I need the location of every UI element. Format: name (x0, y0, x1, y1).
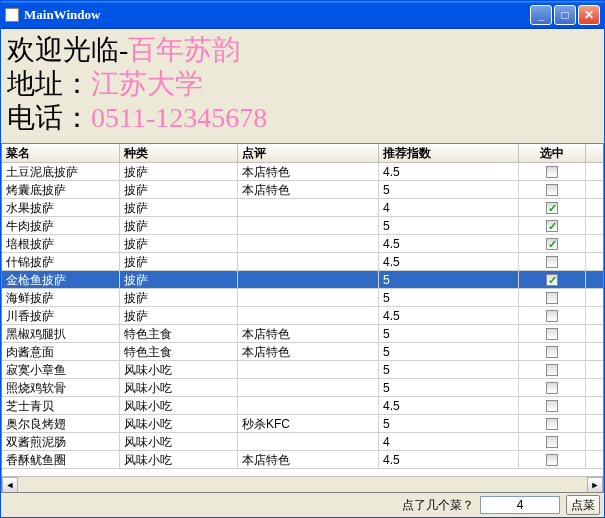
table-row[interactable]: 奥尔良烤翅风味小吃秒杀KFC5 (2, 415, 603, 433)
address-label: 地址： (7, 68, 91, 99)
table-row[interactable]: 金枪鱼披萨披萨5 (2, 271, 603, 289)
cell-note: 本店特色 (238, 325, 379, 343)
count-input[interactable] (480, 496, 560, 514)
cell-note (238, 289, 379, 307)
table-body[interactable]: 土豆泥底披萨披萨本店特色4.5烤囊底披萨披萨本店特色5水果披萨披萨4牛肉披萨披萨… (2, 163, 603, 476)
table-row[interactable]: 水果披萨披萨4 (2, 199, 603, 217)
table-row[interactable]: 牛肉披萨披萨5 (2, 217, 603, 235)
order-button[interactable]: 点菜 (566, 495, 600, 515)
cell-category: 披萨 (120, 163, 238, 181)
window-title: MainWindow (24, 7, 530, 23)
checkbox[interactable] (546, 292, 558, 304)
checkbox[interactable] (546, 184, 558, 196)
cell-category: 披萨 (120, 289, 238, 307)
table-row[interactable]: 黑椒鸡腿扒特色主食本店特色5 (2, 325, 603, 343)
cell-name: 牛肉披萨 (2, 217, 120, 235)
cell-check (519, 433, 586, 451)
checkbox[interactable] (546, 166, 558, 178)
checkbox[interactable] (546, 454, 558, 466)
cell-rate: 5 (379, 415, 519, 433)
checkbox[interactable] (546, 256, 558, 268)
cell-check (519, 289, 586, 307)
cell-rate: 5 (379, 217, 519, 235)
checkbox[interactable] (546, 382, 558, 394)
checkbox[interactable] (546, 274, 558, 286)
cell-check (519, 307, 586, 325)
col-note[interactable]: 点评 (238, 144, 379, 162)
scroll-left-icon[interactable]: ◄ (2, 477, 18, 493)
cell-note (238, 235, 379, 253)
cell-rate: 4.5 (379, 307, 519, 325)
table-row[interactable]: 海鲜披萨披萨5 (2, 289, 603, 307)
checkbox[interactable] (546, 364, 558, 376)
cell-note (238, 397, 379, 415)
cell-name: 奥尔良烤翅 (2, 415, 120, 433)
table-row[interactable]: 香酥鱿鱼圈风味小吃本店特色4.5 (2, 451, 603, 469)
tel-label: 电话： (7, 102, 91, 133)
count-label: 点了几个菜？ (402, 497, 474, 514)
cell-category: 风味小吃 (120, 361, 238, 379)
table-row[interactable]: 土豆泥底披萨披萨本店特色4.5 (2, 163, 603, 181)
checkbox[interactable] (546, 238, 558, 250)
welcome-label: 欢迎光临- (7, 34, 128, 65)
cell-category: 风味小吃 (120, 433, 238, 451)
cell-category: 披萨 (120, 199, 238, 217)
col-name[interactable]: 菜名 (2, 144, 120, 162)
footer: 点了几个菜？ 点菜 (1, 493, 604, 517)
cell-check (519, 253, 586, 271)
close-button[interactable]: ✕ (578, 5, 600, 25)
table-row[interactable]: 照烧鸡软骨风味小吃5 (2, 379, 603, 397)
cell-category: 风味小吃 (120, 415, 238, 433)
checkbox[interactable] (546, 328, 558, 340)
scroll-track[interactable] (18, 477, 587, 492)
cell-category: 特色主食 (120, 343, 238, 361)
cell-name: 土豆泥底披萨 (2, 163, 120, 181)
cell-note (238, 379, 379, 397)
table-row[interactable]: 川香披萨披萨4.5 (2, 307, 603, 325)
table-row[interactable]: 烤囊底披萨披萨本店特色5 (2, 181, 603, 199)
minimize-button[interactable]: _ (530, 5, 552, 25)
scroll-right-icon[interactable]: ► (587, 477, 603, 493)
checkbox[interactable] (546, 220, 558, 232)
cell-check (519, 415, 586, 433)
cell-rate: 5 (379, 325, 519, 343)
checkbox[interactable] (546, 400, 558, 412)
cell-category: 披萨 (120, 253, 238, 271)
table-row[interactable]: 芝士青贝风味小吃4.5 (2, 397, 603, 415)
titlebar[interactable]: MainWindow _ □ ✕ (1, 1, 604, 29)
app-icon (5, 8, 19, 22)
table-row[interactable]: 肉酱意面特色主食本店特色5 (2, 343, 603, 361)
cell-note (238, 361, 379, 379)
checkbox[interactable] (546, 202, 558, 214)
cell-name: 培根披萨 (2, 235, 120, 253)
table-row[interactable]: 培根披萨披萨4.5 (2, 235, 603, 253)
table-header: 菜名 种类 点评 推荐指数 选中 (2, 144, 603, 163)
table-row[interactable]: 寂寞小章鱼风味小吃5 (2, 361, 603, 379)
cell-check (519, 199, 586, 217)
cell-check (519, 217, 586, 235)
checkbox[interactable] (546, 346, 558, 358)
cell-check (519, 235, 586, 253)
cell-category: 披萨 (120, 235, 238, 253)
checkbox[interactable] (546, 436, 558, 448)
header: 欢迎光临-百年苏韵 地址：江苏大学 电话：0511-12345678 (1, 29, 604, 143)
main-window: MainWindow _ □ ✕ 欢迎光临-百年苏韵 地址：江苏大学 电话：05… (0, 0, 605, 518)
maximize-button[interactable]: □ (554, 5, 576, 25)
table-row[interactable]: 双酱煎泥肠风味小吃4 (2, 433, 603, 451)
col-category[interactable]: 种类 (120, 144, 238, 162)
address-value: 江苏大学 (91, 68, 203, 99)
checkbox[interactable] (546, 310, 558, 322)
cell-name: 肉酱意面 (2, 343, 120, 361)
h-scrollbar[interactable]: ◄ ► (2, 476, 603, 492)
cell-name: 寂寞小章鱼 (2, 361, 120, 379)
table-row[interactable]: 什锦披萨披萨4.5 (2, 253, 603, 271)
cell-check (519, 343, 586, 361)
col-rate[interactable]: 推荐指数 (379, 144, 519, 162)
checkbox[interactable] (546, 418, 558, 430)
cell-category: 特色主食 (120, 325, 238, 343)
cell-category: 风味小吃 (120, 379, 238, 397)
cell-rate: 4 (379, 199, 519, 217)
cell-name: 黑椒鸡腿扒 (2, 325, 120, 343)
col-checked[interactable]: 选中 (519, 144, 586, 162)
tel-value: 0511-12345678 (91, 102, 267, 133)
